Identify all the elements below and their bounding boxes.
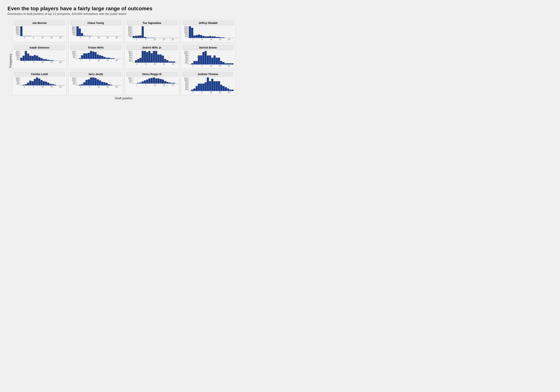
bar (198, 55, 200, 64)
bar (218, 81, 220, 91)
bar (227, 89, 229, 91)
bar (191, 63, 193, 64)
chart-chase-young: Chase Young0%10%20%30%40%15101520 (69, 20, 123, 42)
bar (193, 89, 195, 91)
bar (99, 80, 101, 85)
bar (202, 52, 204, 64)
bar (31, 56, 34, 61)
bar (214, 55, 216, 64)
chart-title: Joe Burrow (14, 21, 65, 25)
bar (52, 60, 54, 61)
x-ticks: 15101520 (189, 38, 233, 40)
chart-title: Tua Tagovailoa (126, 21, 177, 25)
bar (166, 60, 168, 62)
bar (133, 36, 135, 38)
bar (148, 78, 150, 83)
bar (209, 55, 211, 64)
bar (110, 85, 112, 85)
bar (198, 84, 200, 91)
y-ticks: 0%5%10%15%20%25% (182, 26, 189, 40)
bar (173, 83, 175, 83)
bar (140, 82, 141, 83)
bar (157, 54, 160, 62)
bar (229, 90, 231, 91)
bar (144, 51, 146, 62)
y-ticks: 0%2%4%6%8%10%12% (182, 78, 189, 93)
bar (90, 78, 92, 85)
bar (146, 80, 148, 83)
chart-tua-tagovailoa: Tua Tagovailoa0%10%20%30%40%50%15101520 (125, 20, 179, 42)
bar (191, 90, 193, 91)
bar (110, 58, 112, 59)
bar (166, 82, 168, 83)
chart-title: Derrick Brown (182, 45, 233, 50)
bar (144, 80, 146, 83)
x-axis-label: Draft position (12, 97, 235, 100)
bar (25, 51, 27, 61)
bar (140, 35, 141, 38)
bars-wrapper (189, 51, 233, 65)
bar (92, 78, 94, 85)
bar (198, 35, 200, 38)
bar (92, 51, 94, 59)
bar (160, 54, 162, 62)
chart-jerry-jeudy: Jerry Jeudy0%5%10%15%15101520 (69, 70, 123, 95)
bar (38, 57, 40, 61)
bar (200, 84, 202, 91)
bar (29, 81, 31, 85)
bar (162, 56, 164, 62)
bar (216, 81, 218, 91)
bar (29, 56, 31, 61)
bar (211, 36, 213, 38)
bar (171, 61, 173, 62)
bar (25, 36, 27, 36)
bar (146, 52, 148, 62)
bars-wrapper (76, 78, 121, 85)
chart-title: Tristan Wirfs (70, 45, 121, 50)
chart-derrick-brown: Derrick Brown0%2%4%6%8%10%12%15101520 (181, 44, 235, 69)
bar (108, 58, 110, 59)
bar (196, 61, 198, 64)
bar (137, 59, 139, 62)
bar (225, 63, 227, 64)
y-ticks: 0%5%10%15% (70, 51, 76, 61)
bar (23, 56, 25, 61)
bar (31, 81, 34, 85)
bar (211, 58, 213, 64)
bar (27, 36, 29, 36)
bar (205, 82, 207, 91)
bars-wrapper (20, 78, 65, 85)
x-ticks: 15101520 (76, 85, 121, 88)
bar (25, 84, 27, 85)
bar (153, 78, 155, 83)
bar (45, 81, 47, 85)
x-ticks: 15101520 (20, 36, 65, 39)
y-ticks: 0%5%10%15% (14, 78, 20, 88)
bar (157, 78, 160, 83)
bar (148, 51, 150, 62)
bar (209, 81, 211, 91)
bar (211, 79, 213, 91)
bar (79, 58, 81, 59)
y-ticks: 0%5%10%15% (70, 78, 76, 88)
bar (153, 51, 155, 62)
chart-ceedee-lamb: Ceedee Lamb0%5%10%15%15101520 (12, 70, 67, 95)
bars-wrapper (132, 26, 177, 38)
bar (40, 80, 42, 85)
x-ticks: 15101520 (76, 59, 121, 61)
bar (227, 63, 229, 64)
bar (231, 63, 233, 64)
bar (97, 79, 99, 85)
bar (83, 82, 85, 85)
bar (216, 58, 218, 64)
x-ticks: 15101520 (189, 65, 233, 67)
bar (164, 59, 166, 62)
bar (164, 81, 166, 83)
bar (83, 36, 85, 36)
bar (86, 36, 88, 36)
x-ticks: 15101520 (189, 91, 233, 93)
bar (205, 36, 207, 38)
bar (38, 79, 40, 85)
bar (94, 52, 97, 59)
bar (79, 29, 81, 36)
